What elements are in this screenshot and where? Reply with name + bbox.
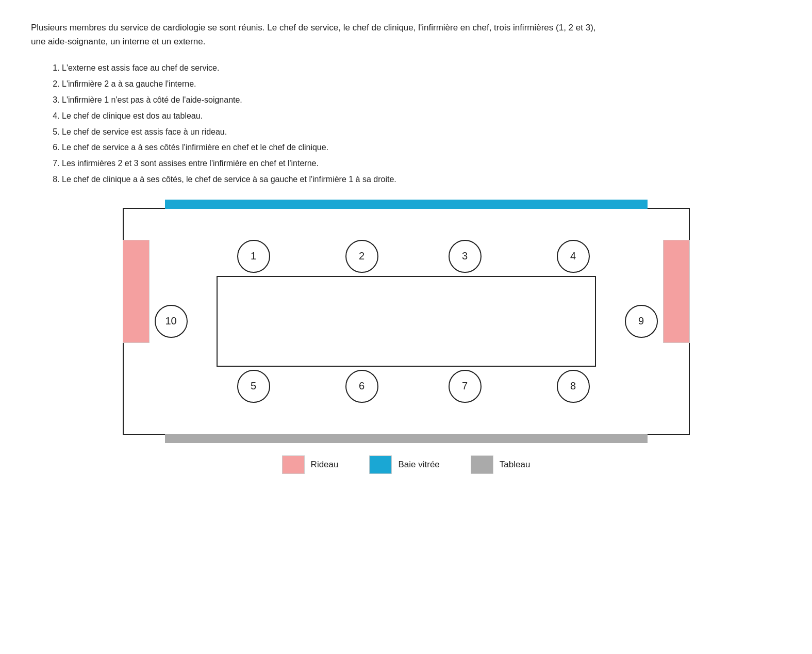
clue-3: L'infirmière 1 n'est pas à côté de l'aid…: [62, 93, 781, 108]
clue-8: Le chef de clinique a à ses côtés, le ch…: [62, 172, 781, 187]
curtain-left: [123, 240, 150, 343]
legend-baie: Baie vitrée: [369, 455, 439, 474]
clue-5: Le chef de service est assis face à un r…: [62, 125, 781, 140]
clue-2: L'infirmière 2 a à sa gauche l'interne.: [62, 77, 781, 92]
legend-baie-box: [369, 455, 392, 474]
seat-3: 3: [449, 240, 482, 273]
seat-1: 1: [237, 240, 270, 273]
legend-tableau: Tableau: [471, 455, 531, 474]
seat-8: 8: [557, 370, 590, 403]
clue-1: L'externe est assis face au chef de serv…: [62, 61, 781, 76]
seat-10: 10: [155, 305, 188, 338]
clues-list: L'externe est assis face au chef de serv…: [62, 61, 781, 187]
seat-2: 2: [345, 240, 378, 273]
legend-tableau-box: [471, 455, 493, 474]
legend-tableau-label: Tableau: [500, 460, 531, 470]
clue-6: Le chef de service a à ses côtés l'infir…: [62, 140, 781, 155]
seat-5: 5: [237, 370, 270, 403]
tableau-strip: [165, 434, 648, 443]
room-diagram: 1 2 3 4 5 6 7 8 10 9: [31, 208, 781, 474]
legend-rideau-label: Rideau: [311, 460, 339, 470]
legend-rideau: Rideau: [282, 455, 339, 474]
intro-paragraph: Plusieurs membres du service de cardiolo…: [31, 21, 598, 48]
seat-9: 9: [625, 305, 658, 338]
legend-baie-label: Baie vitrée: [398, 460, 439, 470]
clue-4: Le chef de clinique est dos au tableau.: [62, 109, 781, 124]
seat-6: 6: [345, 370, 378, 403]
conference-table: [217, 276, 596, 367]
room-outer: 1 2 3 4 5 6 7 8 10 9: [123, 208, 690, 435]
bay-window-strip: [165, 200, 648, 209]
legend-rideau-box: [282, 455, 305, 474]
curtain-right: [663, 240, 690, 343]
seat-7: 7: [449, 370, 482, 403]
clue-7: Les infirmières 2 et 3 sont assises entr…: [62, 156, 781, 171]
legend: Rideau Baie vitrée Tableau: [282, 455, 531, 474]
seat-4: 4: [557, 240, 590, 273]
